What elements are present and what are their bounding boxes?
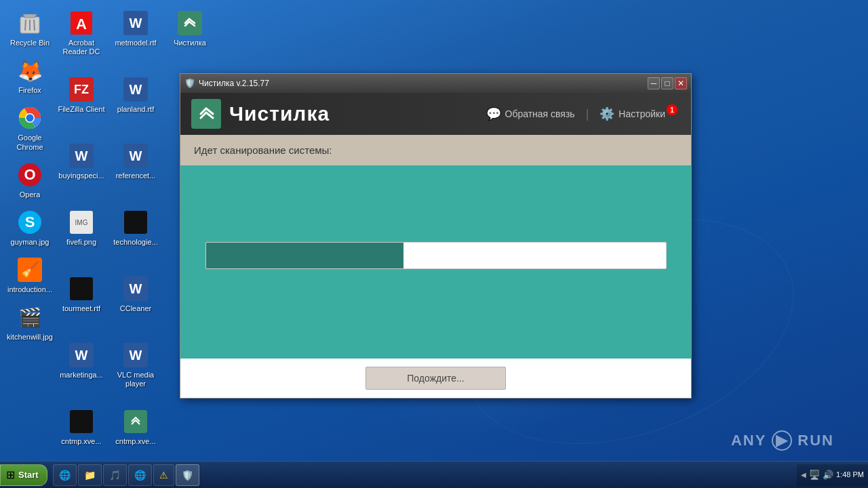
close-button[interactable]: ✕ xyxy=(675,77,687,89)
desktop-icon-chistilka[interactable]: Чистилка xyxy=(163,5,217,52)
desktop-icon-label-metmodel: metmodel.rtf xyxy=(115,39,156,47)
app-content: Идет сканирование системы: Подождите... xyxy=(180,135,691,398)
scan-footer: Подождите... xyxy=(180,359,691,398)
progress-fill xyxy=(206,243,404,268)
feedback-icon: 💬 xyxy=(486,106,501,121)
desktop-icon-reference[interactable]: W referencet... xyxy=(108,138,163,184)
desktop-icon-label-fivefi: fivefi.png xyxy=(66,238,96,247)
desktop-icon-label-opera: Opera xyxy=(20,190,41,199)
start-label: Start xyxy=(18,470,39,480)
taskbar: ⊞ Start 🌐 📁 🎵 🌐 ⚠ xyxy=(0,461,868,488)
feedback-label: Обратная связь xyxy=(505,108,575,119)
guyman-icon xyxy=(70,277,93,300)
svg-rect-2 xyxy=(23,14,37,16)
desktop-icon-label-planland: planland.rtf xyxy=(117,105,154,114)
taskbar-item-chrome-tb[interactable]: 🌐 xyxy=(128,464,152,486)
taskbar-item-chistilka[interactable]: 🛡️ xyxy=(176,464,199,486)
desktop-icon-label-guyman: tourmeet.rtf xyxy=(62,304,100,313)
feedback-button[interactable]: 💬 Обратная связь xyxy=(486,106,575,121)
desktop-icon-buyingspec[interactable]: W buyingspeci... xyxy=(54,138,108,184)
windows-logo-icon: ⊞ xyxy=(6,468,15,481)
app-window-icon: 🛡️ xyxy=(184,78,195,89)
norton-taskbar-icon: ⚠ xyxy=(159,470,168,481)
desktop-icon-chrome[interactable]: Google Chrome xyxy=(3,100,57,155)
desktop-icon-ccleaner[interactable]: 🧹 introduction... xyxy=(3,252,57,298)
desktop-icon-filezilla[interactable]: FZ FileZilla Client xyxy=(54,72,108,118)
desktop-icon-fivefi[interactable]: IMG fivefi.png xyxy=(54,205,108,251)
app-header-right: 💬 Обратная связь | ⚙️ Настройки 1 xyxy=(486,106,681,121)
desktop-icon-cntmp[interactable]: cntmp.xve... xyxy=(108,404,163,450)
desktop-icon-label-vlc: kitchenwill.jpg xyxy=(7,333,53,342)
chistilka-icon-desktop xyxy=(178,11,202,35)
desktop-icon-kitchenwill[interactable]: cntmp.xve... xyxy=(54,404,108,450)
desktop-icon-technologie[interactable]: technologie... xyxy=(108,205,163,251)
desktop-icon-metmodel[interactable]: W metmodel.rtf xyxy=(108,5,163,52)
desktop-icon-label-cntmp: cntmp.xve... xyxy=(115,437,155,446)
tray-network-icon: 🖥️ xyxy=(809,470,820,480)
wait-button: Подождите... xyxy=(366,367,505,390)
cntmp-icon xyxy=(124,410,147,433)
app-header: Чистилка 💬 Обратная связь | ⚙️ Настройки… xyxy=(180,93,691,135)
word-icon-metmodel: W xyxy=(123,11,148,35)
desktop-icon-introduction[interactable]: W marketinga... xyxy=(54,338,108,384)
word-icon-reference: W xyxy=(123,144,148,168)
word-icon-buyingspec: W xyxy=(69,144,94,168)
taskbar-item-ie[interactable]: 🌐 xyxy=(53,464,77,486)
technologie-icon xyxy=(124,211,147,234)
desktop-icon-opera[interactable]: O Opera xyxy=(3,157,57,203)
desktop-icon-label-marketinga: VLC media player xyxy=(111,371,160,388)
explorer-taskbar-icon: 📁 xyxy=(84,470,96,481)
word-icon-planland: W xyxy=(123,77,148,102)
settings-icon: ⚙️ xyxy=(599,106,614,121)
desktop-icon-guyman[interactable]: tourmeet.rtf xyxy=(54,271,108,317)
taskbar-item-norton[interactable]: ⚠ xyxy=(153,464,174,486)
tray-arrow-icon[interactable]: ◀ xyxy=(801,471,806,479)
svg-line-3 xyxy=(25,20,26,30)
maximize-button[interactable]: □ xyxy=(661,77,673,89)
desktop-icon-recycle-bin[interactable]: Recycle Bin xyxy=(3,5,57,52)
desktop-icon-label-reference: referencet... xyxy=(116,171,156,180)
anyrun-play-icon: ▶ xyxy=(772,430,792,451)
title-bar-left: 🛡️ Чистилка v.2.15.77 xyxy=(184,78,269,89)
svg-line-5 xyxy=(34,20,35,30)
anyrun-logo: ANY ▶ RUN xyxy=(731,430,834,451)
desktop-icon-skype[interactable]: S guyman.jpg xyxy=(3,205,57,251)
app-window: 🛡️ Чистилка v.2.15.77 ─ □ ✕ Чистилка xyxy=(180,73,692,399)
desktop-icon-label-skype: guyman.jpg xyxy=(11,238,50,247)
taskbar-items: 🌐 📁 🎵 🌐 ⚠ 🛡️ xyxy=(50,464,797,486)
desktop-icon-label-chrome: Google Chrome xyxy=(5,134,54,151)
scan-status-text: Идет сканирование системы: xyxy=(194,144,332,156)
scan-main xyxy=(180,165,691,359)
settings-button[interactable]: ⚙️ Настройки 1 xyxy=(599,106,680,121)
desktop-icon-firefox[interactable]: 🦊 Firefox xyxy=(3,53,57,99)
anyrun-any: ANY xyxy=(731,432,766,449)
media-taskbar-icon: 🎵 xyxy=(109,470,121,481)
taskbar-item-explorer[interactable]: 📁 xyxy=(78,464,102,486)
desktop-icons-area: Recycle Bin 🦊 Firefox xyxy=(0,0,156,461)
desktop-icon-tourmeet[interactable]: W CCleaner xyxy=(108,271,163,317)
tray-clock: 1:48 PM xyxy=(836,470,864,479)
chrome-taskbar-icon: 🌐 xyxy=(134,470,146,481)
desktop-icon-label-introduction: marketinga... xyxy=(60,371,103,380)
desktop-icon-label-tourmeet: CCleaner xyxy=(120,304,151,313)
taskbar-item-media[interactable]: 🎵 xyxy=(103,464,127,486)
desktop-icon-label-firefox: Firefox xyxy=(18,86,41,95)
title-bar-buttons: ─ □ ✕ xyxy=(648,77,687,89)
progress-container xyxy=(205,242,667,269)
start-button[interactable]: ⊞ Start xyxy=(0,464,47,486)
anyrun-run: RUN xyxy=(797,432,834,449)
desktop-icon-vlc[interactable]: 🎬 kitchenwill.jpg xyxy=(3,300,57,346)
desktop-icon-label-acrobat: Acrobat Reader DC xyxy=(57,39,106,56)
kitchenwill-icon xyxy=(70,410,93,433)
minimize-button[interactable]: ─ xyxy=(648,77,660,89)
word-icon-tourmeet: W xyxy=(123,277,148,301)
desktop-icon-marketinga[interactable]: W VLC media player xyxy=(108,338,163,392)
desktop-icon-acrobat[interactable]: A Acrobat Reader DC xyxy=(54,5,108,60)
desktop-icon-label-chistilka: Чистилка xyxy=(174,39,206,47)
desktop-icon-planland[interactable]: W planland.rtf xyxy=(108,72,163,118)
tray-volume-icon: 🔊 xyxy=(823,470,833,480)
vlc-icon: 🎬 xyxy=(18,306,42,329)
ccleaner-icon: 🧹 xyxy=(18,258,42,282)
system-tray: ◀ 🖥️ 🔊 1:48 PM xyxy=(797,464,868,486)
desktop-icon-label-kitchenwill: cntmp.xve... xyxy=(61,437,101,446)
